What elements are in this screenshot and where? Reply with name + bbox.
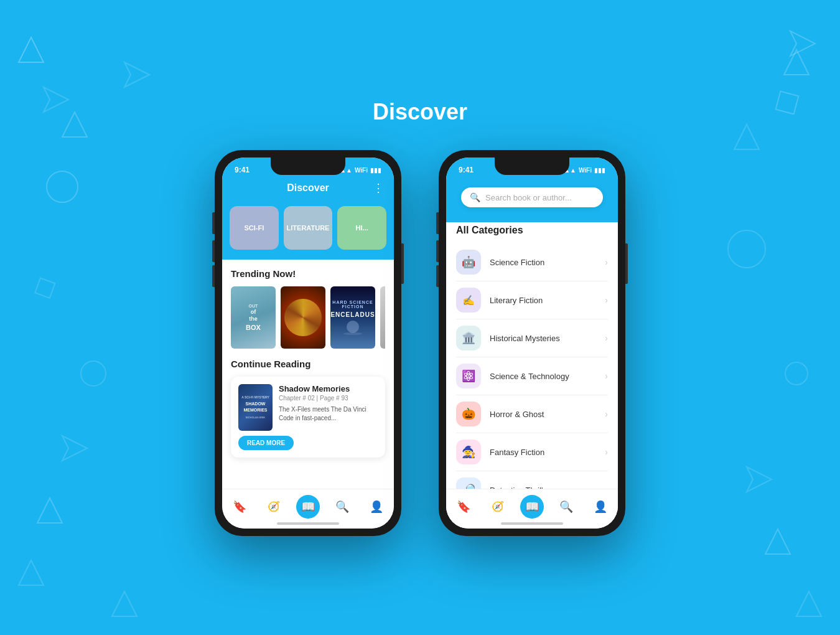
svg-marker-8: [112, 591, 137, 616]
horror-label: Horror & Ghost: [490, 410, 605, 419]
bookmark-icon: 🔖: [233, 500, 246, 514]
book-meta: Chapter # 02 | Page # 93: [279, 395, 378, 402]
continue-reading-title: Continue Reading: [231, 359, 385, 369]
tab-scifi[interactable]: SCI-FI: [230, 206, 279, 250]
search-icon: 🔍: [470, 192, 480, 202]
fantasy-icon: 🧙: [462, 445, 475, 459]
nav-reading-2[interactable]: 📖: [520, 495, 544, 519]
reading-icon-2: 📖: [525, 500, 539, 514]
svg-marker-5: [19, 560, 44, 585]
science-tech-icon-wrap: ⚛️: [456, 364, 481, 388]
nav-search-2[interactable]: 🔍: [554, 495, 578, 519]
historical-mysteries-label: Historical Mysteries: [490, 334, 605, 343]
book-cover-4[interactable]: [380, 286, 385, 349]
explore-icon-2: 🧭: [492, 501, 504, 512]
science-fiction-icon-wrap: 🤖: [456, 250, 481, 275]
tab-literature-label: LITERATURE: [287, 224, 330, 232]
category-literary-fiction[interactable]: ✍️ Literary Fiction ›: [456, 281, 608, 319]
svg-marker-19: [124, 62, 149, 87]
read-more-button[interactable]: READ MORE: [238, 436, 294, 450]
book-title: Shadow Memories: [279, 384, 378, 393]
profile-icon-2: 👤: [594, 500, 607, 514]
svg-marker-16: [44, 87, 68, 112]
science-fiction-label: Science Fiction: [490, 258, 605, 267]
science-tech-icon: ⚛️: [462, 369, 475, 383]
nav-profile[interactable]: 👤: [365, 495, 388, 519]
all-categories-title: All Categories: [456, 222, 608, 236]
home-indicator-2: [501, 522, 563, 525]
literary-fiction-icon-wrap: ✍️: [456, 288, 481, 313]
battery-icon-2: ▮▮▮: [594, 167, 605, 174]
category-tabs: SCI-FI LITERATURE HI...: [222, 201, 394, 260]
explore-icon: 🧭: [268, 501, 280, 512]
book-covers-row: OUT ofthe BOX HARD SCIENCE FICTION ENCEL…: [231, 286, 385, 349]
phone1-main: Trending Now! OUT ofthe BOX: [222, 260, 394, 501]
science-tech-chevron: ›: [605, 371, 608, 381]
category-horror-ghost[interactable]: 🎃 Horror & Ghost ›: [456, 395, 608, 433]
science-tech-label: Science & Technology: [490, 372, 605, 381]
book-desc: The X-Files meets The Da Vinci Code in f…: [279, 405, 378, 423]
literary-fiction-icon: ✍️: [462, 294, 475, 306]
svg-marker-4: [37, 498, 62, 523]
phone-categories-screen: 9:41 ▲▲▲ WiFi ▮▮▮ 🔍 Search book or autho…: [446, 158, 618, 529]
svg-point-10: [728, 230, 765, 268]
nav-explore-2[interactable]: 🧭: [486, 495, 510, 519]
search-nav-icon: 🔍: [335, 500, 349, 514]
discover-title: Discover: [287, 182, 329, 194]
svg-point-9: [47, 171, 78, 202]
wifi-icon-2: WiFi: [579, 167, 592, 174]
nav-reading[interactable]: 📖: [296, 495, 320, 519]
book-cover-2[interactable]: [281, 286, 325, 349]
svg-marker-1: [62, 112, 87, 137]
nav-bookmarks[interactable]: 🔖: [228, 495, 251, 519]
fantasy-icon-wrap: 🧙: [456, 440, 481, 464]
literary-fiction-label: Literary Fiction: [490, 296, 605, 305]
svg-rect-13: [776, 92, 799, 115]
status-time-1: 9:41: [235, 166, 250, 174]
tab-scifi-label: SCI-FI: [244, 224, 264, 232]
nav-bookmarks-2[interactable]: 🔖: [452, 495, 475, 519]
horror-chevron: ›: [605, 409, 608, 419]
categories-content: All Categories 🤖 Science Fiction › ✍️ Li…: [446, 222, 618, 529]
phones-container: 9:41 ▲▲▲ WiFi ▮▮▮ Discover ⋮ SCI-FI LITE…: [215, 150, 625, 536]
wifi-icon-1: WiFi: [355, 167, 368, 174]
horror-icon: 🎃: [462, 407, 475, 421]
svg-marker-2: [784, 50, 809, 75]
nav-explore[interactable]: 🧭: [262, 495, 286, 519]
phone-categories: 9:41 ▲▲▲ WiFi ▮▮▮ 🔍 Search book or autho…: [439, 150, 625, 536]
book-cover-3[interactable]: HARD SCIENCE FICTION ENCELADUS: [330, 286, 375, 349]
menu-icon[interactable]: ⋮: [373, 181, 384, 195]
nav-search[interactable]: 🔍: [330, 495, 354, 519]
reading-icon: 📖: [301, 500, 315, 514]
phone-notch-2: [495, 158, 569, 175]
historical-mysteries-icon-wrap: 🏛️: [456, 326, 481, 350]
trending-section-title: Trending Now!: [231, 268, 385, 279]
profile-icon: 👤: [370, 500, 383, 514]
book-cover-1[interactable]: OUT ofthe BOX: [231, 286, 276, 349]
category-historical-mysteries[interactable]: 🏛️ Historical Mysteries ›: [456, 319, 608, 357]
horror-icon-wrap: 🎃: [456, 402, 481, 426]
category-science-fiction[interactable]: 🤖 Science Fiction ›: [456, 243, 608, 281]
category-science-technology[interactable]: ⚛️ Science & Technology ›: [456, 357, 608, 395]
nav-profile-2[interactable]: 👤: [589, 495, 612, 519]
svg-point-12: [785, 362, 808, 385]
tab-literature[interactable]: LITERATURE: [284, 206, 333, 250]
fantasy-chevron: ›: [605, 447, 608, 457]
phone-notch: [271, 158, 345, 175]
tab-history[interactable]: HI...: [337, 206, 386, 250]
svg-marker-18: [747, 467, 772, 492]
continue-reading-card[interactable]: A SCI-FI MYSTERY SHADOWMEMORIES NICHOLAS…: [231, 377, 385, 458]
search-nav-icon-2: 🔍: [559, 500, 573, 514]
historical-mysteries-icon: 🏛️: [462, 331, 475, 345]
search-bar[interactable]: 🔍 Search book or author...: [461, 187, 603, 207]
svg-marker-3: [734, 125, 759, 149]
home-indicator-1: [277, 522, 339, 525]
discover-header: Discover ⋮: [222, 180, 394, 201]
continue-reading-top: A SCI-FI MYSTERY SHADOWMEMORIES NICHOLAS…: [238, 384, 378, 431]
phone-discover-screen: 9:41 ▲▲▲ WiFi ▮▮▮ Discover ⋮ SCI-FI LITE…: [222, 158, 394, 529]
science-fiction-icon: 🤖: [462, 255, 475, 269]
book-info: Shadow Memories Chapter # 02 | Page # 93…: [279, 384, 378, 431]
svg-marker-6: [765, 529, 790, 554]
category-fantasy-fiction[interactable]: 🧙 Fantasy Fiction ›: [456, 433, 608, 471]
status-time-2: 9:41: [459, 166, 474, 174]
